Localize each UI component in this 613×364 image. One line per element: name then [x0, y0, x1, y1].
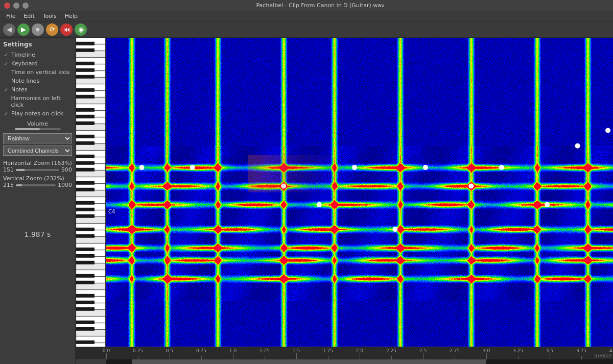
spectrogram-view[interactable]: C4: [106, 38, 613, 347]
menu-file[interactable]: File: [2, 12, 19, 20]
h-zoom-min: 151: [3, 166, 14, 173]
spectrogram-canvas: [106, 38, 613, 347]
check-note-lines: ✓: [3, 78, 9, 84]
check-timeline: ✓: [3, 52, 9, 58]
spectrogram-button[interactable]: ◉: [75, 23, 87, 36]
back-button[interactable]: ◀: [3, 23, 15, 36]
menu-help[interactable]: Help: [61, 12, 82, 20]
v-zoom-slider[interactable]: [16, 184, 56, 186]
piano-keyboard: [76, 38, 106, 347]
note-c4-label: C4: [108, 209, 115, 214]
setting-timeline-label: Timeline: [11, 52, 35, 58]
zoom-section: Horizontal Zoom (163%) 151 500 Vertical …: [3, 160, 72, 188]
h-zoom-label: Horizontal Zoom (163%): [3, 160, 72, 166]
v-zoom-min: 215: [3, 182, 14, 188]
setting-notes[interactable]: ✓ Notes: [3, 86, 72, 93]
spectrogram-area: C4 audioz 0.00.250.50.751.01.251.51.752.…: [76, 38, 613, 364]
setting-note-lines[interactable]: ✓ Note lines: [3, 77, 72, 85]
h-zoom-max: 500: [61, 166, 72, 173]
rewind-button[interactable]: ⏮: [60, 23, 73, 36]
maximize-button[interactable]: [22, 3, 29, 9]
volume-slider-fill: [15, 128, 40, 130]
main-content: Settings ✓ Timeline ✓ Keyboard ✓ Time on…: [0, 38, 613, 364]
timeline-ruler: audioz 0.00.250.50.751.01.251.51.752.02.…: [106, 347, 613, 359]
check-keyboard: ✓: [3, 61, 9, 67]
stop-button[interactable]: ■: [32, 23, 44, 36]
h-zoom-slider[interactable]: [16, 169, 59, 171]
volume-slider[interactable]: [15, 128, 61, 130]
time-display: 1.987 s: [3, 230, 72, 238]
menu-tools[interactable]: Tools: [39, 12, 61, 20]
setting-notes-label: Notes: [11, 86, 28, 93]
piano-canvas: [76, 38, 106, 347]
v-zoom-row: 215 1000: [3, 182, 72, 188]
settings-title: Settings: [3, 41, 72, 48]
setting-harmonics-label: Harmonics on left click: [11, 95, 72, 108]
scrollbar-thumb[interactable]: [132, 359, 486, 364]
v-zoom-max: 1000: [58, 182, 72, 188]
setting-harmonics[interactable]: ✓ Harmonics on left click: [3, 94, 72, 109]
loop-button[interactable]: ⟳: [46, 23, 58, 36]
horizontal-scrollbar[interactable]: [106, 359, 613, 364]
timeline-spacer: [76, 347, 106, 359]
h-zoom-row: 151 500: [3, 166, 72, 173]
menu-edit[interactable]: Edit: [19, 12, 38, 20]
channels-dropdown[interactable]: Combined Channels Left Right: [3, 145, 72, 156]
title-bar: Pachelbel - Clip From Canon in D (Guitar…: [0, 0, 613, 11]
setting-keyboard-label: Keyboard: [11, 60, 38, 67]
minimize-button[interactable]: [13, 3, 19, 9]
window-title: Pachelbel - Clip From Canon in D (Guitar…: [32, 2, 609, 9]
piano-and-spec: C4: [76, 38, 613, 347]
timeline-area: audioz 0.00.250.50.751.01.251.51.752.02.…: [76, 347, 613, 359]
setting-play-notes[interactable]: ✓ Play notes on click: [3, 110, 72, 117]
audioz-logo: audioz: [594, 353, 611, 358]
check-harmonics: ✓: [3, 99, 9, 105]
play-button[interactable]: ▶: [17, 23, 30, 36]
setting-play-notes-label: Play notes on click: [11, 110, 63, 117]
sidebar: Settings ✓ Timeline ✓ Keyboard ✓ Time on…: [0, 38, 76, 364]
v-zoom-label: Vertical Zoom (232%): [3, 175, 72, 182]
close-button[interactable]: [4, 3, 10, 9]
check-notes: ✓: [3, 87, 9, 93]
setting-timeline[interactable]: ✓ Timeline: [3, 51, 72, 59]
setting-time-axis-label: Time on vertical axis: [11, 69, 69, 76]
setting-time-axis[interactable]: ✓ Time on vertical axis: [3, 68, 72, 76]
volume-section: Volume: [3, 120, 72, 130]
check-play-notes: ✓: [3, 111, 9, 117]
check-time-axis: ✓: [3, 69, 9, 76]
menu-bar: File Edit Tools Help: [0, 11, 613, 21]
toolbar: ◀ ▶ ■ ⟳ ⏮ ◉: [0, 21, 613, 38]
setting-keyboard[interactable]: ✓ Keyboard: [3, 60, 72, 67]
colormap-dropdown[interactable]: Rainbow Grayscale Hot Cool Jet: [3, 133, 72, 143]
volume-label: Volume: [3, 120, 72, 127]
setting-note-lines-label: Note lines: [11, 78, 39, 84]
